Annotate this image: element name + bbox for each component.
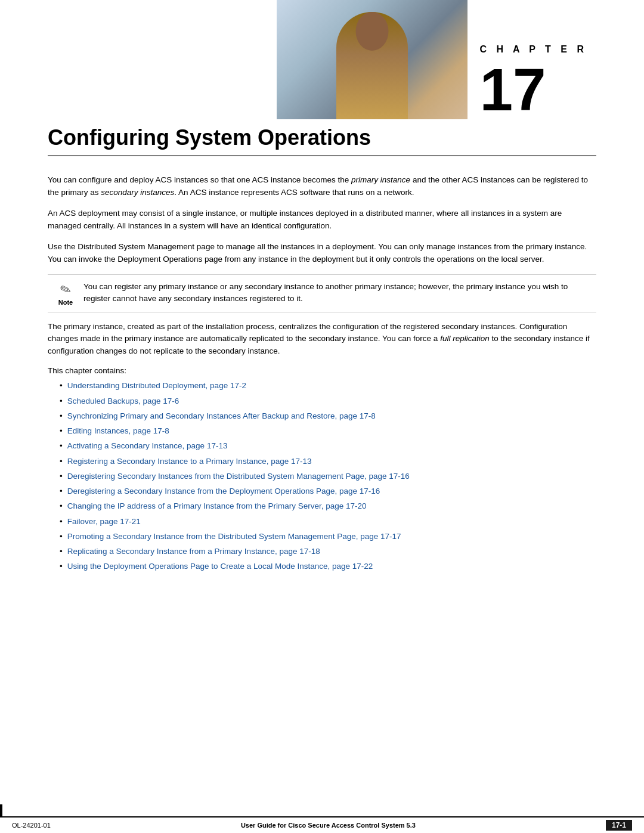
toc-link-9[interactable]: Changing the IP address of a Primary Ins… [67, 500, 367, 512]
page-header: C H A P T E R 17 Configuring System Oper… [0, 0, 644, 168]
list-item: Failover, page 17-21 [60, 516, 596, 528]
hero-image [277, 0, 467, 119]
paragraph-2: An ACS deployment may consist of a singl… [48, 208, 596, 233]
list-item: Editing Instances, page 17-8 [60, 425, 596, 437]
page-footer: OL-24201-01 User Guide for Cisco Secure … [0, 816, 644, 833]
note-label: Note [58, 299, 73, 306]
note-box: ✎ Note You can register any primary inst… [48, 274, 596, 312]
toc-link-13[interactable]: Using the Deployment Operations Page to … [67, 561, 373, 572]
chapter-title: Configuring System Operations [48, 125, 596, 150]
main-content: You can configure and deploy ACS instanc… [0, 168, 644, 582]
paragraph-4: The primary instance, created as part of… [48, 321, 596, 358]
italic-secondary-instances: secondary instances [101, 188, 174, 197]
italic-primary-instance: primary instance [351, 175, 410, 184]
footer-title: User Guide for Cisco Secure Access Contr… [51, 822, 606, 829]
toc-link-2[interactable]: Scheduled Backups, page 17-6 [67, 395, 179, 407]
toc-link-7[interactable]: Deregistering Secondary Instances from t… [67, 470, 410, 482]
chapter-hero: C H A P T E R 17 [0, 0, 644, 119]
note-pencil-icon: ✎ [58, 280, 73, 299]
footer-page-number: 17-1 [606, 820, 632, 831]
toc-link-6[interactable]: Registering a Secondary Instance to a Pr… [67, 456, 312, 467]
list-item: Scheduled Backups, page 17-6 [60, 395, 596, 407]
paragraph-3: Use the Distributed System Management pa… [48, 241, 596, 266]
left-border-mark [0, 804, 2, 816]
list-item: Replicating a Secondary Instance from a … [60, 546, 596, 558]
list-item: Synchronizing Primary and Secondary Inst… [60, 410, 596, 422]
list-item: Using the Deployment Operations Page to … [60, 561, 596, 572]
chapter-number: 17 [479, 60, 546, 119]
toc-link-8[interactable]: Deregistering a Secondary Instance from … [67, 485, 380, 497]
italic-full-replication: full replication [440, 334, 490, 343]
toc-link-3[interactable]: Synchronizing Primary and Secondary Inst… [67, 410, 376, 422]
list-item: Understanding Distributed Deployment, pa… [60, 380, 596, 392]
toc-link-4[interactable]: Editing Instances, page 17-8 [67, 425, 169, 437]
toc-list: Understanding Distributed Deployment, pa… [60, 380, 596, 572]
toc-link-12[interactable]: Replicating a Secondary Instance from a … [67, 546, 320, 558]
title-divider [48, 155, 596, 156]
footer-doc-number: OL-24201-01 [12, 822, 51, 829]
note-text: You can register any primary instance or… [83, 281, 596, 306]
toc-link-11[interactable]: Promoting a Secondary Instance from the … [67, 531, 401, 543]
list-item: Deregistering a Secondary Instance from … [60, 485, 596, 497]
toc-link-10[interactable]: Failover, page 17-21 [67, 516, 141, 528]
toc-link-1[interactable]: Understanding Distributed Deployment, pa… [67, 380, 246, 392]
list-item: Activating a Secondary Instance, page 17… [60, 440, 596, 452]
contains-label: This chapter contains: [48, 366, 596, 375]
list-item: Deregistering Secondary Instances from t… [60, 470, 596, 482]
list-item: Changing the IP address of a Primary Ins… [60, 500, 596, 512]
list-item: Registering a Secondary Instance to a Pr… [60, 456, 596, 467]
toc-link-5[interactable]: Activating a Secondary Instance, page 17… [67, 440, 228, 452]
paragraph-1: You can configure and deploy ACS instanc… [48, 174, 596, 199]
note-icon-area: ✎ Note [48, 281, 83, 306]
list-item: Promoting a Secondary Instance from the … [60, 531, 596, 543]
chapter-title-area: Configuring System Operations [0, 119, 644, 168]
